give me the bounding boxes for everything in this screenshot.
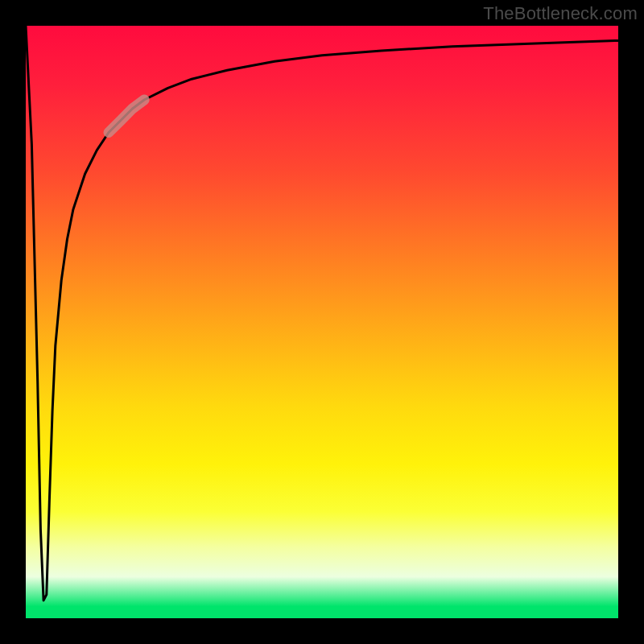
watermark-text: TheBottleneck.com [483, 3, 638, 24]
curve-highlight [109, 100, 144, 133]
bottleneck-curve [26, 26, 618, 618]
chart-frame: TheBottleneck.com [0, 0, 644, 644]
plot-area [26, 26, 618, 618]
curve-path [26, 26, 618, 601]
